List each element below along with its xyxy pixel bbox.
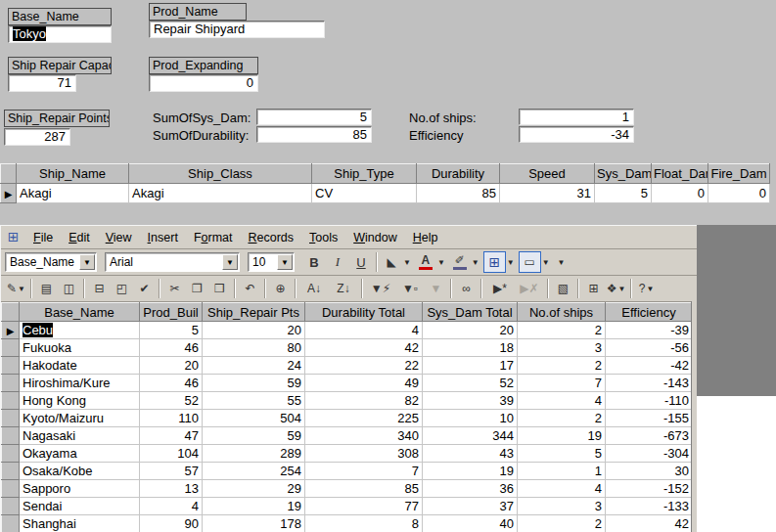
menu-tools[interactable]: Tools	[301, 228, 345, 247]
table-cell[interactable]: 59	[203, 427, 305, 445]
delete-record-button[interactable]: ▶✗	[515, 278, 544, 299]
row-selector[interactable]	[2, 480, 20, 498]
table-cell[interactable]: 8	[305, 515, 423, 532]
table-cell[interactable]: 225	[305, 410, 423, 427]
undo-button[interactable]: ↶	[239, 278, 261, 299]
column-header[interactable]: No.of ships	[518, 303, 606, 322]
table-cell[interactable]: 3	[518, 339, 606, 357]
help-button[interactable]: ?▼	[635, 278, 658, 299]
copy-button[interactable]: ❐	[186, 278, 208, 299]
gridlines-dropdown-icon[interactable]: ▼	[507, 258, 515, 267]
sum-sys-dam-field[interactable]: 5	[256, 109, 372, 125]
file-search-button[interactable]: ◫	[58, 278, 80, 299]
table-cell[interactable]: 19	[203, 498, 305, 515]
table-cell[interactable]: -155	[606, 410, 693, 427]
table-cell[interactable]: 344	[423, 427, 518, 445]
table-cell[interactable]: 5	[140, 322, 203, 339]
table-cell[interactable]: -673	[606, 427, 693, 445]
row-selector[interactable]	[2, 463, 20, 480]
menu-help[interactable]: Help	[405, 228, 446, 247]
table-cell[interactable]: -152	[606, 480, 693, 498]
table-cell[interactable]: 31	[500, 184, 595, 203]
table-cell[interactable]: 4	[305, 322, 423, 339]
row-selector[interactable]	[2, 498, 20, 515]
italic-button[interactable]: I	[326, 251, 349, 273]
table-cell[interactable]: 110	[140, 410, 203, 427]
table-cell[interactable]: 7	[305, 463, 423, 480]
table-cell[interactable]: 0	[708, 184, 770, 203]
column-header[interactable]: Prod_Buil	[140, 303, 203, 322]
table-cell[interactable]: -56	[606, 339, 693, 357]
table-cell[interactable]: 2	[518, 357, 606, 375]
column-header[interactable]: Ship_Repair Pts	[203, 303, 305, 322]
table-cell[interactable]: 7	[518, 375, 606, 392]
sum-durability-field[interactable]: 85	[256, 126, 372, 143]
table-cell[interactable]: 178	[203, 515, 305, 532]
table-cell[interactable]: 5	[595, 184, 652, 203]
table-cell[interactable]: 85	[305, 480, 423, 498]
table-cell[interactable]: 20	[423, 322, 518, 339]
new-record-button[interactable]: ▶*	[485, 278, 515, 299]
table-cell[interactable]: 40	[423, 515, 518, 532]
table-cell[interactable]: Cebu	[20, 322, 140, 339]
table-cell[interactable]: 59	[203, 375, 305, 392]
row-selector[interactable]	[2, 375, 20, 392]
table-cell[interactable]: 39	[423, 392, 518, 410]
column-header[interactable]: Base_Name	[20, 303, 140, 322]
table-cell[interactable]: Osaka/Kobe	[20, 463, 140, 480]
special-effect-dropdown-icon[interactable]: ▼	[542, 258, 550, 267]
column-header[interactable]: Speed	[500, 164, 595, 184]
table-cell[interactable]: 308	[305, 445, 423, 463]
find-button[interactable]: ∞	[455, 278, 478, 299]
table-cell[interactable]: 13	[140, 480, 203, 498]
column-header[interactable]: Ship_Name	[17, 164, 129, 184]
table-cell[interactable]: 20	[140, 357, 203, 375]
table-cell[interactable]: 90	[140, 515, 203, 532]
table-cell[interactable]: Okayama	[20, 445, 140, 463]
table-cell[interactable]: Kyoto/Maizuru	[20, 410, 140, 427]
table-cell[interactable]: -39	[606, 322, 693, 339]
table-cell[interactable]: 57	[140, 463, 203, 480]
table-cell[interactable]: 4	[518, 392, 606, 410]
table-cell[interactable]: 42	[606, 515, 693, 532]
table-cell[interactable]: 37	[423, 498, 518, 515]
new-object-button[interactable]: ❖▼	[605, 278, 627, 299]
font-size-combo[interactable]: 10 ▼	[248, 252, 295, 272]
database-window-button[interactable]: ⊞	[582, 278, 605, 299]
table-cell[interactable]: 4	[140, 498, 203, 515]
column-header[interactable]: Durability Total	[305, 303, 423, 322]
table-cell[interactable]: 17	[423, 357, 518, 375]
table-cell[interactable]: 43	[423, 445, 518, 463]
menu-format[interactable]: Format	[186, 228, 241, 247]
table-cell[interactable]: 47	[140, 427, 203, 445]
row-selector[interactable]	[2, 392, 20, 410]
toolbar-options-icon[interactable]: ▼	[558, 258, 566, 267]
table-cell[interactable]: 36	[423, 480, 518, 498]
row-selector[interactable]	[2, 445, 20, 463]
table-cell[interactable]: -133	[606, 498, 693, 515]
paste-button[interactable]: ❒	[208, 278, 231, 299]
properties-button[interactable]: ▧	[552, 278, 574, 299]
column-header[interactable]: Ship_Class	[129, 164, 312, 184]
table-cell[interactable]: 19	[518, 427, 606, 445]
column-header[interactable]: Sys_Dam Total	[423, 303, 518, 322]
field-select-dropdown-icon[interactable]: ▼	[79, 254, 95, 270]
table-cell[interactable]: 82	[305, 392, 423, 410]
base-name-field[interactable]: Tokyo	[8, 25, 112, 43]
table-cell[interactable]: Sendai	[20, 498, 140, 515]
underline-button[interactable]: U	[349, 251, 373, 273]
table-cell[interactable]: Fukuoka	[20, 339, 140, 357]
row-selector[interactable]: ▶	[2, 322, 20, 339]
table-cell[interactable]: 19	[423, 463, 518, 480]
apply-filter-button[interactable]: ▼	[425, 278, 447, 299]
menu-edit[interactable]: Edit	[61, 228, 98, 247]
table-cell[interactable]: -143	[606, 375, 693, 392]
table-cell[interactable]: 2	[518, 410, 606, 427]
column-header[interactable]: Efficiency	[606, 303, 693, 322]
line-color-button[interactable]: ✐	[449, 251, 471, 273]
column-header[interactable]: Sys_Dam	[595, 164, 652, 184]
row-selector[interactable]	[2, 410, 20, 427]
table-cell[interactable]: -304	[606, 445, 693, 463]
ship-repair-capacity-field[interactable]: 71	[8, 74, 76, 92]
font-dropdown-icon[interactable]: ▼	[222, 254, 238, 270]
